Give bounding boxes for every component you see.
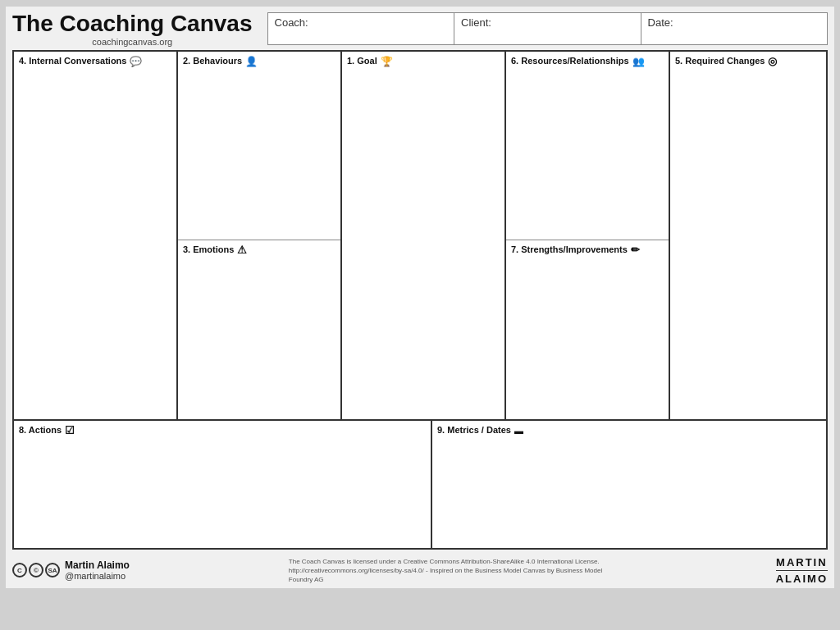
bottom-row: 8. Actions 9. Metrics / Dates [14,421,826,548]
cc-icon: C [12,563,27,578]
copyright-icon: © [29,563,43,578]
main-wrapper: The Coaching Canvas coachingcanvas.org C… [6,7,834,588]
internal-conversations-cell[interactable]: 4. Internal Conversations [14,52,178,419]
brand-bottom: ALAIMO [776,570,828,585]
resources-strengths-cell: 6. Resources/Relationships 7. Strengths/… [506,52,670,419]
warning-icon [237,244,247,256]
subtitle: coachingcanvas.org [12,37,253,47]
license-text: The Coach Canvas is licensed under a Cre… [289,557,617,585]
goal-header: 1. Goal [347,55,500,67]
sa-icon: SA [45,563,60,578]
resources-section[interactable]: 6. Resources/Relationships [506,52,669,240]
cc-icons: C © SA [12,563,60,578]
internal-conversations-label: 4. Internal Conversations [19,56,126,66]
strengths-section[interactable]: 7. Strengths/Improvements [506,240,669,419]
client-field[interactable]: Client: [454,12,641,45]
bar-icon [514,424,523,436]
behaviours-header: 2. Behaviours [183,55,336,67]
date-field[interactable]: Date: [641,12,829,45]
behaviours-emotions-cell: 2. Behaviours 3. Emotions [178,52,342,419]
footer-author: Martin Alaimo @martinalaimo [65,559,130,581]
resources-header: 6. Resources/Relationships [511,55,664,67]
author-name: Martin Alaimo [65,559,130,571]
canvas: 4. Internal Conversations 2. Behaviours [12,50,828,550]
footer-left: C © SA Martin Alaimo @martinalaimo [12,559,130,581]
title-block: The Coaching Canvas coachingcanvas.org [12,11,253,47]
goal-cell[interactable]: 1. Goal [342,52,506,419]
emotions-header: 3. Emotions [183,244,336,256]
check-icon [65,424,75,436]
header-fields: Coach: Client: Date: [267,12,828,45]
actions-header: 8. Actions [19,424,426,436]
chat-icon [130,55,142,67]
required-changes-cell[interactable]: 5. Required Changes [670,52,826,419]
required-changes-header: 5. Required Changes [675,55,821,67]
strengths-header: 7. Strengths/Improvements [511,244,664,256]
page-title: The Coaching Canvas [12,11,253,37]
internal-conversations-header: 4. Internal Conversations [19,55,171,67]
coach-field[interactable]: Coach: [267,12,454,45]
metrics-header: 9. Metrics / Dates [437,424,821,436]
trophy-icon [381,55,393,67]
author-handle: @martinalaimo [65,571,130,581]
person-icon [245,55,258,67]
actions-cell[interactable]: 8. Actions [14,421,432,548]
footer-license: The Coach Canvas is licensed under a Cre… [289,557,617,585]
brand-top: MARTIN [776,556,828,568]
behaviours-section[interactable]: 2. Behaviours [178,52,340,240]
target-icon [768,55,777,67]
edit-icon [631,244,640,256]
top-row: 4. Internal Conversations 2. Behaviours [14,52,826,421]
emotions-section[interactable]: 3. Emotions [178,240,340,419]
metrics-cell[interactable]: 9. Metrics / Dates [432,421,826,548]
people-icon [632,55,645,67]
footer-right: MARTIN ALAIMO [776,556,828,585]
footer: C © SA Martin Alaimo @martinalaimo The C… [6,553,834,588]
header: The Coaching Canvas coachingcanvas.org C… [6,7,834,50]
